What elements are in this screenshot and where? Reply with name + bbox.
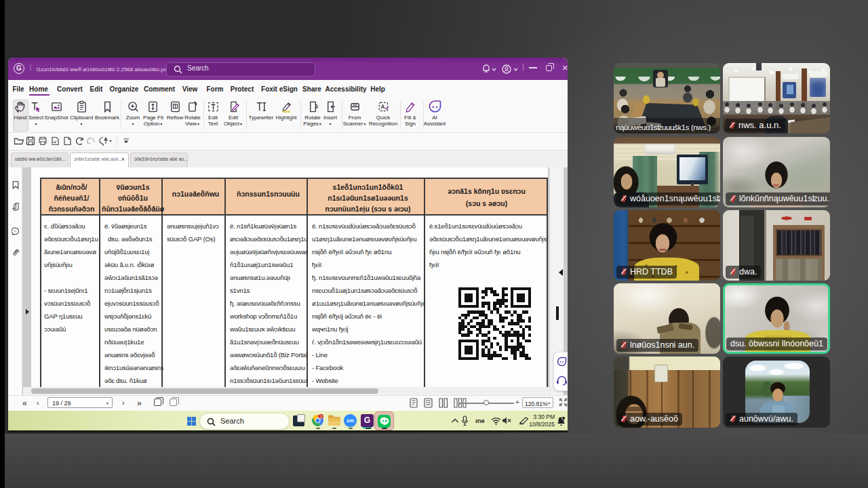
svg-text:2: 2 [320, 415, 322, 419]
